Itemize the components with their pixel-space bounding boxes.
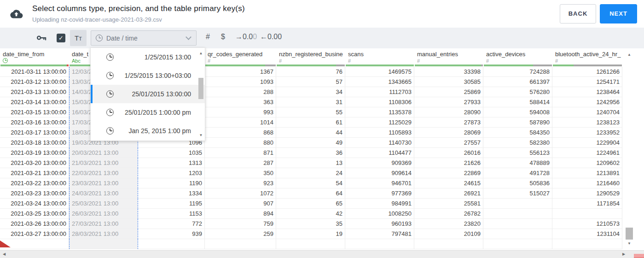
table-cell[interactable]: [552, 209, 622, 219]
table-cell[interactable]: 1112703: [345, 87, 414, 97]
table-cell[interactable]: [345, 239, 414, 249]
table-cell[interactable]: 576280: [483, 87, 552, 97]
table-cell[interactable]: 21/03/2021 13:00: [69, 158, 138, 168]
table-cell[interactable]: 26/03/2021 13:00: [69, 209, 138, 219]
table-cell[interactable]: 25581: [414, 199, 483, 209]
table-cell[interactable]: [483, 219, 552, 229]
table-cell[interactable]: 23820: [414, 219, 483, 229]
table-cell[interactable]: 20/03/2021 13:00: [69, 148, 138, 158]
table-cell[interactable]: 61: [276, 117, 345, 128]
table-cell[interactable]: 65: [276, 199, 345, 209]
table-cell[interactable]: 76: [276, 67, 345, 77]
table-cell[interactable]: 35: [276, 219, 345, 229]
table-cell[interactable]: 28/03/2021 13:00: [69, 229, 138, 239]
table-cell[interactable]: 1072: [205, 188, 276, 199]
table-cell[interactable]: 350: [205, 168, 276, 178]
table-cell[interactable]: 588414: [483, 97, 552, 107]
table-cell[interactable]: 55: [276, 107, 345, 117]
table-cell[interactable]: 1313: [138, 158, 205, 168]
table-cell[interactable]: 594008: [483, 107, 552, 117]
dropdown-item[interactable]: Jan 25, 2015 1:00 pm: [91, 122, 205, 140]
horizontal-scrollbar[interactable]: ◀ ▶: [0, 250, 644, 258]
table-cell[interactable]: [483, 209, 552, 219]
table-cell[interactable]: 2021-03-13 13:00:00: [0, 87, 69, 97]
table-cell[interactable]: 1171854: [552, 199, 622, 209]
column-header[interactable]: date_time_from: [0, 48, 69, 67]
table-cell[interactable]: 993: [205, 107, 276, 117]
table-cell[interactable]: 1224961: [552, 148, 622, 158]
include-column-checkbox[interactable]: ✓: [57, 34, 65, 42]
table-cell[interactable]: [276, 239, 345, 249]
table-cell[interactable]: 1203: [138, 168, 205, 178]
table-cell[interactable]: 2021-03-11 13:00:00: [0, 67, 69, 77]
table-cell[interactable]: 27/03/2021 13:00: [69, 219, 138, 229]
vertical-scrollbar[interactable]: ▲ ▼: [623, 49, 635, 250]
table-cell[interactable]: 13: [276, 158, 345, 168]
table-cell[interactable]: 1093: [205, 77, 276, 87]
table-cell[interactable]: 1242956: [552, 97, 622, 107]
table-cell[interactable]: 1254171: [552, 77, 622, 87]
table-cell[interactable]: 2021-03-15 13:00:00: [0, 107, 69, 117]
dropdown-scrollbar[interactable]: ▲ ▼: [197, 48, 204, 140]
table-cell[interactable]: 22869: [414, 168, 483, 178]
table-cell[interactable]: 2021-03-20 13:00:00: [0, 158, 69, 168]
table-cell[interactable]: 2021-03-27 13:00:00: [0, 229, 69, 239]
table-cell[interactable]: 22/03/2021 13:00: [69, 168, 138, 178]
table-cell[interactable]: 23/03/2021 13:00: [69, 178, 138, 188]
decrease-decimal-button[interactable]: ←0.00: [260, 33, 282, 41]
table-cell[interactable]: 1213891: [552, 168, 622, 178]
table-cell[interactable]: 1125029: [345, 117, 414, 128]
table-cell[interactable]: 1229904: [552, 138, 622, 148]
table-cell[interactable]: 868: [205, 128, 276, 138]
dropdown-scroll-up-icon[interactable]: ▲: [198, 51, 203, 55]
table-cell[interactable]: [414, 239, 483, 249]
table-cell[interactable]: 977369: [345, 188, 414, 199]
table-cell[interactable]: 2021-03-24 13:00:00: [0, 199, 69, 209]
scroll-down-icon[interactable]: ▼: [623, 241, 635, 246]
table-cell[interactable]: 24615: [414, 178, 483, 188]
table-cell[interactable]: 31: [276, 97, 345, 107]
table-cell[interactable]: 894: [205, 209, 276, 219]
table-cell[interactable]: 909614: [345, 168, 414, 178]
datetime-format-select[interactable]: Date / time: [91, 30, 197, 46]
table-cell[interactable]: 1140730: [345, 138, 414, 148]
table-cell[interactable]: 724288: [483, 67, 552, 77]
table-cell[interactable]: 946701: [345, 178, 414, 188]
table-cell[interactable]: 661397: [483, 77, 552, 87]
table-cell[interactable]: 24/03/2021 13:00: [69, 188, 138, 199]
table-cell[interactable]: 287: [205, 158, 276, 168]
table-cell[interactable]: 2021-03-12 13:00:00: [0, 77, 69, 87]
table-cell[interactable]: 1233952: [552, 128, 622, 138]
column-header[interactable]: manual_entries#: [414, 48, 483, 67]
table-cell[interactable]: [552, 239, 622, 249]
table-cell[interactable]: 27557: [414, 138, 483, 148]
table-cell[interactable]: 1238123: [552, 117, 622, 128]
scroll-right-icon[interactable]: ▶: [622, 252, 625, 256]
table-cell[interactable]: 2021-03-26 13:00:00: [0, 219, 69, 229]
table-cell[interactable]: 259: [205, 229, 276, 239]
table-cell[interactable]: 984991: [345, 199, 414, 209]
text-type-button[interactable]: TT: [70, 30, 87, 46]
table-cell[interactable]: 909369: [345, 158, 414, 168]
number-type-button[interactable]: #: [206, 33, 210, 41]
table-cell[interactable]: 27933: [414, 97, 483, 107]
table-cell[interactable]: 960193: [345, 219, 414, 229]
dropdown-item[interactable]: 25/01/2015 1:00:00 pm: [91, 103, 205, 122]
table-cell[interactable]: 54: [276, 178, 345, 188]
primary-key-icon[interactable]: [37, 34, 47, 44]
table-cell[interactable]: 30585: [414, 77, 483, 87]
column-header[interactable]: nzbn_registered_busine#: [276, 48, 345, 67]
table-cell[interactable]: 288: [205, 87, 276, 97]
back-button[interactable]: BACK: [560, 4, 596, 23]
table-cell[interactable]: 1135378: [345, 107, 414, 117]
table-cell[interactable]: 26921: [414, 188, 483, 199]
table-cell[interactable]: 1190: [138, 178, 205, 188]
table-cell[interactable]: 2021-03-22 13:00:00: [0, 178, 69, 188]
table-cell[interactable]: 1343665: [345, 77, 414, 87]
table-cell[interactable]: 1334: [138, 188, 205, 199]
dropdown-item-selected[interactable]: 25/01/2015 13:00:00: [91, 85, 205, 103]
table-cell[interactable]: 797481: [345, 229, 414, 239]
table-cell[interactable]: 587890: [483, 117, 552, 128]
table-cell[interactable]: 1231104: [552, 229, 622, 239]
vertical-scrollbar-thumb[interactable]: [626, 228, 633, 240]
